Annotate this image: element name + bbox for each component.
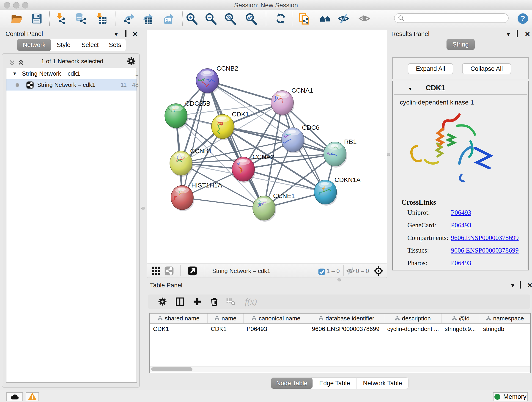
column-header-description[interactable]: description [384,313,442,323]
column-header-namespace[interactable]: namespace [480,313,530,323]
crosslink-link[interactable]: P06493 [451,209,471,216]
table-cell[interactable]: stringdb [480,323,530,334]
control-panel-close-icon[interactable]: ✕ [133,31,138,38]
import-table-from-file-icon[interactable] [95,12,108,25]
column-header-@id[interactable]: @id [442,313,480,323]
edge-count: 48 [132,81,139,89]
table-panel-float-icon[interactable] [520,282,521,288]
protein-collapse-icon[interactable]: ▼ [408,86,413,92]
import-network-from-database-icon[interactable] [75,12,87,25]
results-panel-title: Results Panel [391,31,430,38]
table-cell[interactable]: stringdb:9... [442,323,480,334]
share-view-icon[interactable] [164,266,174,276]
hide-unhide-icon[interactable] [337,12,350,25]
save-session-icon[interactable] [31,12,43,25]
collection-expand-icon[interactable]: ▼ [12,71,17,76]
control-panel-float-icon[interactable] [125,31,127,36]
table-cell[interactable]: CDK1 [150,323,208,334]
string-home-icon[interactable] [319,12,331,25]
export-image-icon[interactable] [162,12,175,25]
export-table-icon[interactable] [141,12,154,25]
zoom-fit-icon[interactable] [224,12,236,25]
zoom-in-icon[interactable] [186,12,198,25]
crosslink-label: Tissues: [407,247,451,254]
selected-checkbox-icon[interactable] [317,267,327,277]
crosslink-label: Compartments: [407,234,451,242]
search-input[interactable] [405,15,502,22]
column-header-name[interactable]: name [208,313,244,323]
tab-string[interactable]: String [447,39,475,50]
search-icon [398,15,405,22]
network-canvas[interactable]: CCNB2CCNA1CDC25BCDK1CDC6RB1CCNB1CCNA2CDK… [147,30,387,263]
table-panel-close-icon[interactable]: ✕ [527,282,532,289]
tab-sets[interactable]: Sets [104,39,126,51]
grid-view-icon[interactable] [151,266,162,276]
zoom-out-icon[interactable] [205,12,217,25]
expand-all-button[interactable]: Expand All [408,63,453,74]
search-input-wrap[interactable] [394,13,509,23]
node-CCNB2[interactable]: CCNB2 [196,65,238,94]
column-header-shared-name[interactable]: shared name [150,313,208,323]
node-CDKN1A[interactable]: CDKN1A [314,176,361,206]
crosslink-link[interactable]: P06493 [451,259,471,267]
show-graphics-details-icon[interactable] [358,12,370,25]
column-selector-icon[interactable] [174,296,185,307]
table-hscrollbar[interactable] [150,366,530,372]
add-column-icon[interactable] [192,296,203,307]
warning-status-button[interactable] [26,392,39,401]
help-button[interactable]: ? [517,12,529,25]
tab-node-table[interactable]: Node Table [271,378,313,389]
node-RB1[interactable]: RB1 [324,138,356,167]
table-cell[interactable]: 9606.ENSP00000378699 [309,323,384,334]
table-panel-collapse-icon[interactable]: ▼ [510,283,515,288]
tab-network-table[interactable]: Network Table [357,378,408,389]
crosslink-link[interactable]: P06493 [451,221,471,229]
cloud-status-button[interactable] [6,392,23,401]
import-network-from-file-icon[interactable] [54,12,67,25]
column-type-icon [486,316,491,321]
network-options-gear-icon[interactable] [127,56,136,66]
tab-style[interactable]: Style [51,39,76,51]
collapse-all-networks-icon[interactable] [17,59,24,66]
control-panel-collapse-icon[interactable]: ▼ [114,32,119,37]
expand-all-networks-icon[interactable] [9,59,16,66]
open-in-window-icon[interactable] [187,266,198,276]
tab-select[interactable]: Select [76,39,104,51]
table-settings-gear-icon[interactable] [157,296,168,307]
node-label-CCNA1: CCNA1 [291,87,313,94]
memory-status-dot [494,394,500,400]
birds-eye-crosshair-icon[interactable] [373,266,384,276]
open-session-icon[interactable] [10,12,23,25]
table-row[interactable]: CDK1CDK1P064939606.ENSP00000378699cyclin… [150,323,530,334]
left-splitter-handle[interactable] [141,207,145,210]
node-HIST1H1A[interactable]: HIST1H1A [171,182,222,211]
string-copy-network-icon[interactable] [298,12,311,25]
tab-edge-table[interactable]: Edge Table [313,378,357,389]
tab-network[interactable]: Network [17,39,51,51]
node-CDK1[interactable]: CDK1 [211,111,249,140]
collapse-all-button[interactable]: Collapse All [462,63,511,74]
table-hscrollbar-thumb[interactable] [151,367,192,371]
results-panel-close-icon[interactable]: ✕ [525,31,530,38]
refresh-network-icon[interactable] [274,12,287,25]
column-header-canonical-name[interactable]: canonical name [243,313,309,323]
network-collection-row[interactable]: ▼ String Network – cdk1 1 [6,68,137,79]
delete-column-trash-icon[interactable] [209,296,220,307]
bottom-splitter-handle[interactable] [337,278,341,281]
results-panel-float-icon[interactable] [517,31,518,36]
table-cell[interactable]: CDK1 [208,323,244,334]
zoom-selected-icon[interactable] [245,12,257,25]
results-panel-collapse-icon[interactable]: ▼ [506,32,511,37]
table-cell[interactable]: P06493 [243,323,309,334]
column-header-database-identifier[interactable]: database identifier [309,313,384,323]
crosslinks-heading: CrossLinks [401,198,436,206]
table-cell[interactable]: cyclin-dependent ... [384,323,442,334]
crosslink-link[interactable]: 9606.ENSP00000378699 [451,247,519,254]
right-splitter-handle[interactable] [387,153,390,156]
crosslink-link[interactable]: 9606.ENSP00000378699 [451,234,519,242]
export-network-icon[interactable] [123,12,135,25]
memory-button[interactable]: Memory [493,392,528,401]
window-title: Session: New Session [0,2,532,9]
network-row-selected[interactable]: String Network – cdk1 11 48 [6,79,137,90]
node-label-HIST1H1A: HIST1H1A [191,182,222,189]
